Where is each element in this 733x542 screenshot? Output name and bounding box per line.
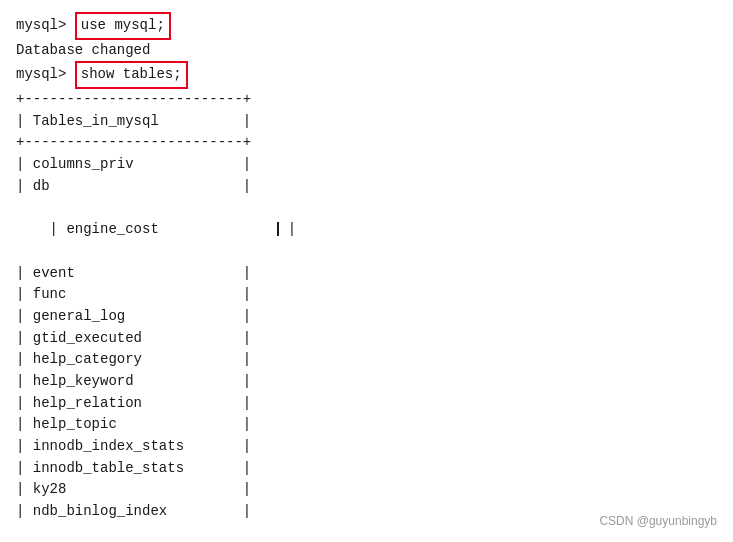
- table-row-8: | help_category |: [16, 349, 717, 371]
- separator-2: +--------------------------+: [16, 132, 717, 154]
- table-row-5: | func |: [16, 284, 717, 306]
- table-row-7: | gtid_executed |: [16, 328, 717, 350]
- engine-cost-text: | engine_cost: [50, 221, 277, 237]
- prompt-1: mysql>: [16, 15, 75, 37]
- command-show-tables: show tables;: [75, 61, 188, 89]
- table-row-3: | engine_cost |: [16, 198, 717, 263]
- output-text-1: Database changed: [16, 40, 150, 62]
- command-use-mysql: use mysql;: [75, 12, 171, 40]
- engine-cost-end: |: [279, 221, 296, 237]
- table-row-12: | innodb_index_stats |: [16, 436, 717, 458]
- command-line-2: mysql> show tables;: [16, 61, 717, 89]
- output-line-1: Database changed: [16, 40, 717, 62]
- table-row-2: | db |: [16, 176, 717, 198]
- table-row-10: | help_relation |: [16, 393, 717, 415]
- table-row-1: | columns_priv |: [16, 154, 717, 176]
- table-row-13: | innodb_table_stats |: [16, 458, 717, 480]
- table-row-4: | event |: [16, 263, 717, 285]
- table-row-11: | help_topic |: [16, 414, 717, 436]
- table-header: | Tables_in_mysql |: [16, 111, 717, 133]
- separator-1: +--------------------------+: [16, 89, 717, 111]
- terminal-container: mysql> use mysql; Database changed mysql…: [0, 0, 733, 542]
- table-row-14: | ky28 |: [16, 479, 717, 501]
- table-row-9: | help_keyword |: [16, 371, 717, 393]
- prompt-2: mysql>: [16, 64, 75, 86]
- table-row-6: | general_log |: [16, 306, 717, 328]
- command-line-1: mysql> use mysql;: [16, 12, 717, 40]
- watermark: CSDN @guyunbingyb: [599, 514, 717, 528]
